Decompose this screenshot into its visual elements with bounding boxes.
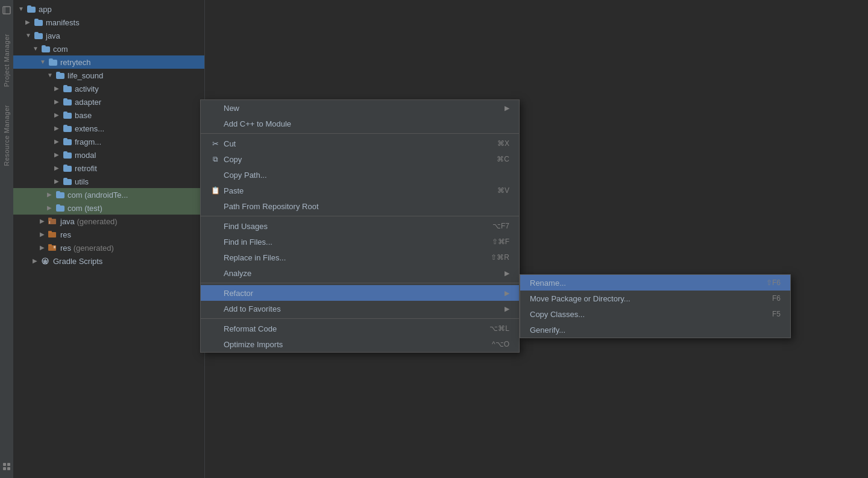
copy-icon: ⧉ [210,154,220,164]
menu-item-label: Optimize Imports [224,340,283,349]
chevron-right-icon: ▶ [47,191,54,198]
folder-icon [63,98,72,106]
submenu-item-rename[interactable]: Rename... ⇧F6 [520,275,790,291]
tree-item-activity[interactable]: ▶ activity [13,82,204,95]
menu-item-label: Reformat Code [224,324,277,333]
shortcut-label: F5 [772,310,781,318]
tree-item-utils[interactable]: ▶ utils [13,175,204,188]
tree-item-label: utils [75,177,89,186]
context-menu-item-add-cpp[interactable]: Add C++ to Module [201,116,519,131]
menu-item-left: New [210,103,239,113]
tree-item-java[interactable]: ▼ java [13,29,204,42]
submenu-item-copy-classes[interactable]: Copy Classes... F5 [520,306,790,322]
svg-rect-10 [48,231,52,233]
res-gen-icon [48,244,58,252]
tree-item-label: com [53,45,68,54]
context-menu-item-find-usages[interactable]: Find Usages ⌥F7 [201,218,519,234]
menu-item-label: Paste [224,186,244,195]
folder-icon [55,204,65,212]
menu-item-label: Find Usages [224,222,268,231]
tree-item-com-android[interactable]: ▶ com (androidTe... [13,188,204,201]
context-menu-item-path-from-repo[interactable]: Path From Repository Root [201,198,519,214]
context-menu-item-copy-path[interactable]: Copy Path... [201,167,519,183]
tree-item-retrytech[interactable]: ▼ retrytech [13,55,204,69]
menu-item-left: Rename... [530,278,566,288]
resource-manager-label: Resource Manager [3,105,10,166]
tree-item-label: com (test) [68,204,102,213]
context-menu-item-refactor[interactable]: Refactor ▶ [201,285,519,301]
menu-divider [201,318,519,319]
chevron-right-icon: ▶ [54,151,61,159]
new-icon [210,103,220,113]
tree-item-modal[interactable]: ▶ modal [13,148,204,162]
folder-icon [55,190,65,199]
folder-icon [63,137,72,146]
shortcut-label: ⇧⌘R [491,253,509,262]
tree-item-base[interactable]: ▶ base [13,108,204,122]
submenu-arrow-icon: ▶ [505,104,509,112]
tree-item-label: manifests [46,18,80,27]
context-menu-item-reformat-code[interactable]: Reformat Code ⌥⌘L [201,321,519,336]
tree-item-life-sound[interactable]: ▼ life_sound [13,69,204,82]
context-menu-item-add-to-favorites[interactable]: Add to Favorites ▶ [201,301,519,316]
menu-item-label: Replace in Files... [224,253,286,262]
context-menu-item-find-in-files[interactable]: Find in Files... ⇧⌘F [201,234,519,250]
menu-divider [201,216,519,216]
add-icon [210,119,220,128]
tree-item-extensions[interactable]: ▶ extens... [13,122,204,135]
tree-item-res-generated[interactable]: ▶ res (generated) [13,241,204,254]
tree-item-retrofit[interactable]: ▶ retrofit [13,162,204,175]
submenu-item-generify[interactable]: Generify... [520,322,790,338]
menu-item-left: Copy Classes... [530,310,585,319]
svg-rect-7 [48,218,52,219]
menu-item-left: Find Usages [210,221,268,231]
folder-icon [63,164,72,172]
menu-item-label: Refactor [224,289,253,298]
context-menu-item-optimize-imports[interactable]: Optimize Imports ^⌥O [201,336,519,352]
tree-item-label: life_sound [68,71,103,80]
chevron-right-icon: ▶ [54,178,61,185]
folder-icon [34,31,43,40]
menu-item-label: Add C++ to Module [224,119,291,128]
submenu-arrow-icon: ▶ [505,269,509,277]
context-menu-item-new[interactable]: New ▶ [201,100,519,116]
chevron-right-icon: ▶ [40,218,47,225]
folder-icon [55,71,65,80]
submenu-item-move-package[interactable]: Move Package or Directory... F6 [520,291,790,306]
menu-item-left: Path From Repository Root [210,201,319,211]
menu-item-left: ✂ Cut [210,139,236,148]
structure-icon[interactable] [1,461,12,472]
menu-item-label: Path From Repository Root [224,202,319,211]
context-menu-item-copy[interactable]: ⧉ Copy ⌘C [201,151,519,167]
context-menu-item-cut[interactable]: ✂ Cut ⌘X [201,136,519,151]
tree-item-label: modal [75,151,96,160]
tree-item-manifests[interactable]: ▶ manifests [13,16,204,29]
menu-item-left: Reformat Code [210,324,277,333]
tree-item-res[interactable]: ▶ res [13,228,204,241]
project-icon[interactable] [1,5,12,16]
context-menu-item-paste[interactable]: 📋 Paste ⌘V [201,183,519,198]
context-menu-item-replace-in-files[interactable]: Replace in Files... ⇧⌘R [201,250,519,265]
tree-item-label: Gradle Scripts [53,257,102,266]
tree-item-app[interactable]: ▼ app [13,2,204,16]
tree-item-com-test[interactable]: ▶ com (test) [13,201,204,215]
shortcut-label: ⌘C [497,155,509,163]
tree-item-gradle[interactable]: ▶ Gradle Scripts [13,254,204,268]
blank-icon [210,170,220,180]
gradle-icon [41,257,51,265]
menu-item-label: Copy Path... [224,171,267,180]
chevron-right-icon: ▶ [40,244,47,251]
tree-item-label: activity [75,84,99,93]
chevron-right-icon: ▶ [54,112,61,119]
res-icon [48,230,58,239]
tree-item-adapter[interactable]: ▶ adapter [13,95,204,108]
java-gen-icon: j [48,217,58,225]
tree-item-com[interactable]: ▼ com [13,42,204,55]
context-menu-item-analyze[interactable]: Analyze ▶ [201,265,519,281]
sidebar-vertical-bar: Project Manager Resource Manager [0,0,13,478]
submenu-arrow-icon: ▶ [505,305,509,313]
tree-item-fragments[interactable]: ▶ fragm... [13,135,204,148]
tree-item-java-generated[interactable]: ▶ j java_generatedjava (generated) [13,215,204,228]
submenu-arrow-icon: ▶ [505,289,509,297]
refactor-submenu: Rename... ⇧F6 Move Package or Directory.… [520,274,791,338]
